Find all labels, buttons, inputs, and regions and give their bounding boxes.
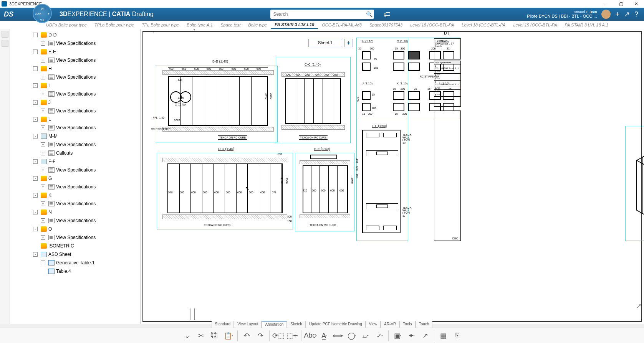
doc-tab[interactable]: Boite type A.1 [183, 21, 217, 29]
tree-node[interactable]: -H [10, 64, 140, 73]
doc-tab[interactable]: Level 18 (OCC-BTL-PA [406, 21, 458, 29]
datum-button[interactable]: ▱▾ [359, 329, 372, 342]
tree-toggle[interactable]: - [33, 49, 38, 54]
section-tab[interactable]: Annotation [262, 321, 287, 328]
minimize-button[interactable]: — [598, 0, 613, 8]
add-sheet-button[interactable]: + [344, 39, 353, 47]
maximize-button[interactable]: ▢ [613, 0, 629, 8]
expand-icon[interactable]: ⤢ [636, 302, 642, 310]
tree-toggle[interactable]: - [33, 100, 38, 105]
dimension-button[interactable]: ⟺▾ [331, 329, 344, 342]
tree-node[interactable]: Table.4 [10, 267, 140, 275]
tree-toggle[interactable]: - [33, 33, 38, 37]
cut-button[interactable]: ✂ [194, 329, 207, 342]
tree-toggle[interactable]: - [33, 117, 38, 122]
tree-node[interactable]: -Generative Table.1 [10, 259, 140, 267]
collab-space[interactable]: Pilote BYCN DS | BBI - BTL - OCC ... [527, 14, 597, 18]
compass-button[interactable]: W 3D ▸ ▸ V.R [33, 4, 52, 23]
doc-tab[interactable]: TPLo Boite pour type [91, 21, 138, 29]
tree-node[interactable]: -ASD Sheet [10, 250, 140, 259]
drawing-canvas[interactable]: ◂ ⊤ ◂ D | Sheet.1 + B-B (1:40) [141, 29, 644, 324]
tree-toggle[interactable]: - [33, 193, 38, 198]
tree-node[interactable]: -J [10, 98, 140, 107]
search-box[interactable]: 🔍 [270, 10, 374, 19]
tree-toggle[interactable]: - [33, 66, 38, 71]
doc-tab[interactable]: Level 19 (OCC-BTL-PA [509, 21, 561, 29]
tree-node[interactable]: -L [10, 115, 140, 124]
tree-toggle[interactable]: + [41, 125, 45, 130]
text-button[interactable]: Abc▾ [304, 329, 317, 342]
section-tab[interactable]: AR-VR [381, 321, 399, 328]
tree-toggle[interactable]: - [33, 252, 38, 257]
spec-tree[interactable]: -D-D+View Specifications-E-E+View Specif… [10, 29, 141, 324]
tree-node[interactable]: -N [10, 208, 140, 216]
tree-node[interactable]: +View Specifications [10, 107, 140, 115]
tree-node[interactable]: +View Specifications [10, 166, 140, 174]
tree-node[interactable]: +View Specifications [10, 39, 140, 48]
doc-tab[interactable]: OCC-BTL-PA-ML-M3 [318, 21, 366, 29]
tree-node[interactable]: +Callouts [10, 149, 140, 157]
3d-view-button[interactable]: ▣▾ [391, 329, 404, 342]
search-icon[interactable]: 🔍 [365, 11, 374, 17]
doc-tab[interactable]: Boite type [244, 21, 271, 29]
doc-tab[interactable]: Level 18 (OCC-BTL-PA [458, 21, 509, 29]
tree-toggle[interactable]: + [41, 41, 45, 46]
doc-tab[interactable]: PA STAIR 3 LVL 18 A.1 [561, 21, 613, 29]
balloon-button[interactable]: ◯▾ [345, 329, 358, 342]
tree-node[interactable]: +View Specifications [10, 73, 140, 81]
share-icon[interactable]: ↗ [624, 10, 630, 18]
tree-node[interactable]: +View Specifications [10, 200, 140, 208]
section-tab[interactable]: Tools [399, 321, 415, 328]
ruler-handle[interactable] [190, 308, 195, 320]
generate-button[interactable]: ▦ [437, 329, 450, 342]
section-tab[interactable]: Update PCF Isometric Drawing [306, 321, 366, 328]
user-avatar[interactable] [601, 10, 611, 19]
toolbar-dropdown[interactable]: ⌄ [180, 329, 194, 342]
tree-toggle[interactable]: + [41, 151, 45, 155]
section-tab[interactable]: View Layout [234, 321, 262, 328]
tree-node[interactable]: +View Specifications [10, 233, 140, 242]
tree-node[interactable]: +View Specifications [10, 56, 140, 64]
tree-node[interactable]: -M-M [10, 132, 140, 140]
doc-tab[interactable]: Space001707543 [366, 21, 406, 29]
text-props-button[interactable]: A̲▾ [318, 329, 331, 342]
tree-toggle[interactable]: + [41, 185, 45, 189]
tree-node[interactable]: ISOMETRIC [10, 242, 140, 250]
tree-toggle[interactable]: - [41, 261, 45, 265]
tree-node[interactable]: +View Specifications [10, 90, 140, 98]
tree-node[interactable]: -O [10, 225, 140, 233]
undo-button[interactable]: ↶▾ [240, 329, 253, 342]
add-icon[interactable]: + [615, 10, 619, 18]
doc-tab[interactable]: PA STAIR 3 L18-L19 [271, 21, 318, 29]
update-button[interactable]: ⟳⬚ [272, 329, 285, 342]
search-input[interactable] [270, 12, 365, 17]
paste-button[interactable]: 📋▾ [222, 329, 235, 342]
doc-tab[interactable]: Space test [217, 21, 244, 29]
redo-button[interactable]: ↷ [254, 329, 267, 342]
tree-toggle[interactable]: + [41, 218, 45, 223]
tree-node[interactable]: -K [10, 191, 140, 200]
tree-toggle[interactable]: - [33, 176, 38, 181]
help-icon[interactable]: ? [634, 10, 638, 18]
export-button[interactable]: ⎘ [450, 329, 464, 342]
tree-node[interactable]: -G [10, 174, 140, 183]
roughness-button[interactable]: ✓▾ [373, 329, 386, 342]
section-tab[interactable]: Touch [416, 321, 433, 328]
tree-toggle[interactable]: + [41, 142, 45, 147]
tree-toggle[interactable]: + [41, 201, 45, 206]
tree-toggle[interactable]: - [33, 134, 38, 139]
tree-node[interactable]: -D-D [10, 31, 140, 39]
rail-button-1[interactable] [2, 31, 8, 38]
tree-toggle[interactable]: - [33, 210, 38, 214]
tree-toggle[interactable]: + [41, 75, 45, 79]
tree-node[interactable]: -F-F [10, 157, 140, 166]
copy-button[interactable]: ⿻ [208, 329, 221, 342]
section-tab[interactable]: Standard [212, 321, 234, 328]
tree-node[interactable]: -E-E [10, 48, 140, 56]
center-button[interactable]: ✦▾ [405, 329, 418, 342]
section-tab[interactable]: Sketch [287, 321, 306, 328]
new-view-button[interactable]: ⬚+▾ [286, 329, 299, 342]
tree-toggle[interactable]: - [33, 227, 38, 231]
doc-tab[interactable]: TPL Boite pour type [138, 21, 183, 29]
tree-toggle[interactable]: + [41, 58, 45, 63]
